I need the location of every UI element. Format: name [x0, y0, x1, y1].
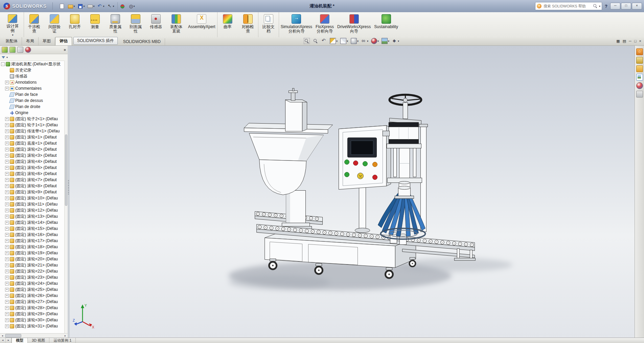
tree-item[interactable]: + (固定) 滚轮<21> (Défau: [0, 262, 65, 268]
tree-expander[interactable]: +: [5, 178, 9, 182]
search-input[interactable]: [543, 4, 592, 8]
task-pane-icon[interactable]: [636, 48, 643, 55]
tree-expander[interactable]: +: [5, 135, 9, 139]
view-toolbar-button[interactable]: ▾: [350, 38, 360, 44]
ribbon-button[interactable]: 测量: [85, 12, 105, 37]
tree-expander[interactable]: +: [5, 172, 9, 176]
view-toolbar-button[interactable]: ▾: [360, 38, 369, 44]
tree-item[interactable]: + (固定) 滚轮<23> (Défau: [0, 274, 65, 280]
task-pane-icon[interactable]: [636, 74, 643, 81]
quick-access-button[interactable]: ▾: [67, 2, 76, 10]
document-window-button[interactable]: ▦: [616, 38, 620, 44]
tree-item[interactable]: Plan de dessus: [0, 98, 65, 104]
tree-expander[interactable]: +: [5, 257, 9, 261]
study-tab[interactable]: 模型: [12, 338, 28, 343]
command-tab[interactable]: SOLIDWORKS 插件: [73, 37, 118, 45]
view-toolbar-button[interactable]: ▾: [339, 38, 349, 44]
tree-expander[interactable]: +: [5, 184, 9, 188]
ribbon-button[interactable]: AssemblyXpert: [186, 12, 217, 37]
study-tab-scroll-arrow[interactable]: ◄: [0, 338, 6, 343]
graphics-area[interactable]: Y X Z: [70, 46, 635, 338]
ribbon-button[interactable]: 剖面属 性: [125, 12, 146, 37]
tree-item[interactable]: + (固定) 轮子1<1> (Défau: [0, 122, 65, 128]
help-search-box[interactable]: ? ▾: [535, 2, 602, 10]
task-pane-icon[interactable]: [636, 82, 643, 89]
tree-item[interactable]: Plan de droite: [0, 104, 65, 110]
tree-expander[interactable]: +: [5, 227, 9, 231]
quick-access-button[interactable]: [58, 2, 66, 10]
hopper-tank[interactable]: [244, 88, 333, 195]
tree-item[interactable]: + (固定) 滚轮<9> (Défaut: [0, 189, 65, 195]
tree-item[interactable]: + (固定) 滚轮<20> (Défau: [0, 256, 65, 262]
quick-access-button[interactable]: ▾: [106, 2, 115, 10]
command-tab[interactable]: 装配体: [1, 37, 22, 45]
hopper-pedestal[interactable]: [280, 191, 312, 230]
quick-access-button[interactable]: ▾: [96, 2, 106, 10]
scroll-left-arrow[interactable]: ◄: [0, 335, 5, 337]
command-tab[interactable]: 评估: [55, 37, 72, 45]
view-toolbar-button[interactable]: [303, 38, 311, 44]
ribbon-button[interactable]: 装配体 直观: [166, 12, 186, 37]
tree-item[interactable]: + (固定) 滚轮<22> (Défau: [0, 268, 65, 274]
document-window-button[interactable]: ▤: [623, 38, 626, 44]
tree-item[interactable]: 历史记录: [0, 67, 65, 73]
tree-item[interactable]: + Annotations: [0, 79, 65, 85]
tree-expander[interactable]: +: [5, 142, 9, 145]
task-pane-icon[interactable]: [636, 57, 643, 64]
tree-item[interactable]: + (固定) 滚轮<11> (Défau: [0, 201, 65, 207]
design-study-button[interactable]: 设计算 例 ▾: [1, 12, 24, 37]
tree-item[interactable]: + (固定) 滚轮<26> (Défau: [0, 293, 65, 299]
tree-item[interactable]: + (固定) 滚轮<19> (Défau: [0, 250, 65, 256]
tree-expander[interactable]: +: [5, 81, 9, 84]
view-toolbar-button[interactable]: ▾: [381, 38, 390, 44]
tree-expander[interactable]: +: [5, 160, 9, 164]
view-toolbar-button[interactable]: ▾: [329, 38, 339, 44]
window-control-button[interactable]: ×: [632, 3, 642, 9]
tree-item[interactable]: Plan de face: [0, 91, 65, 98]
tree-vertical-scrollbar[interactable]: [64, 61, 68, 334]
ribbon-button[interactable]: SimulationXpress 分析向导: [279, 12, 314, 37]
tree-expander[interactable]: +: [5, 282, 9, 285]
document-window-button[interactable]: □: [634, 38, 637, 44]
tree-expander[interactable]: +: [5, 166, 9, 170]
ribbon-button[interactable]: FloXpress 分析向导: [314, 12, 336, 37]
window-control-button[interactable]: □: [621, 3, 631, 9]
tree-expander[interactable]: -: [1, 62, 5, 66]
tree-expander[interactable]: +: [5, 215, 9, 218]
tree-expander[interactable]: +: [5, 318, 9, 322]
tree-item[interactable]: + (固定) 滚轮<6> (Défaut: [0, 171, 65, 177]
command-tab[interactable]: SOLIDWORKS MBD: [119, 38, 165, 45]
panel-tab-icon[interactable]: [17, 47, 23, 53]
tree-expander[interactable]: +: [5, 239, 9, 243]
tree-expander[interactable]: +: [5, 87, 9, 90]
scrollbar-thumb[interactable]: [5, 334, 21, 338]
tree-expander[interactable]: [5, 93, 9, 97]
tree-expander[interactable]: +: [5, 270, 9, 273]
tree-expander[interactable]: +: [5, 312, 9, 316]
quick-access-button[interactable]: ▾: [127, 2, 136, 10]
tree-item[interactable]: + (固定) 滚轮<18> (Défau: [0, 244, 65, 250]
tree-filter-bar[interactable]: ▾: [0, 54, 68, 61]
tree-expander[interactable]: +: [5, 190, 9, 194]
tree-expander[interactable]: +: [5, 294, 9, 298]
tree-expander[interactable]: [5, 68, 9, 72]
tree-item[interactable]: Origine: [0, 110, 65, 116]
tree-item[interactable]: + (固定) 轮子2<1> (Défau: [0, 116, 65, 122]
tree-expander[interactable]: +: [5, 209, 9, 212]
tree-expander[interactable]: +: [5, 117, 9, 121]
tree-item[interactable]: + (固定) 滚轮<28> (Défau: [0, 305, 65, 311]
quick-access-button[interactable]: ▾: [76, 2, 86, 10]
tree-expander[interactable]: +: [5, 288, 9, 292]
tree-expander[interactable]: +: [5, 148, 9, 151]
quick-access-button[interactable]: [117, 2, 126, 10]
ribbon-button[interactable]: Sustainability: [372, 12, 400, 37]
panel-tab-icon[interactable]: [25, 47, 31, 53]
splitter-grip[interactable]: [68, 180, 69, 194]
tree-expander[interactable]: +: [5, 324, 9, 328]
command-tab[interactable]: 布局: [22, 37, 39, 45]
study-tab-scroll-arrow[interactable]: ►: [6, 338, 12, 343]
tree-item[interactable]: + (固定) 滚轮<10> (Défau: [0, 195, 65, 201]
tree-item[interactable]: + (固定) 滚轮<25> (Défau: [0, 286, 65, 293]
tree-expander[interactable]: [5, 74, 9, 78]
panel-tab-icon[interactable]: [9, 47, 16, 53]
